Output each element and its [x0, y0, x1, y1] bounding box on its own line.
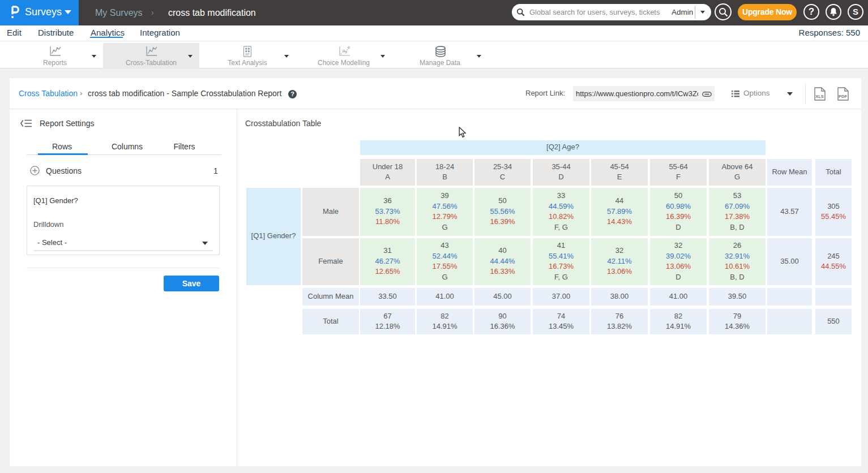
svg-text:XLS: XLS [815, 94, 824, 99]
svg-text:S: S [853, 7, 858, 16]
svg-text:PDF: PDF [839, 94, 847, 99]
svg-text:?: ? [809, 6, 814, 17]
